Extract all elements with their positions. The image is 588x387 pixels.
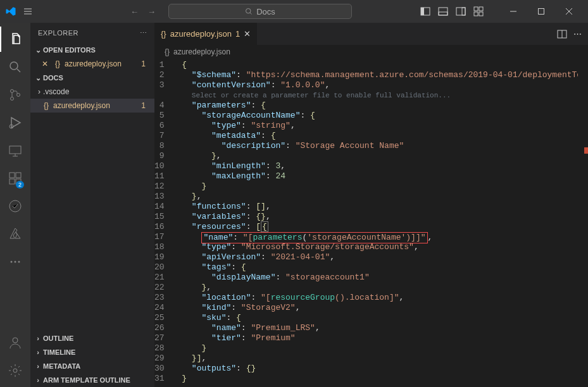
close-tab-icon[interactable]: ✕ bbox=[244, 29, 251, 39]
svg-rect-19 bbox=[9, 179, 15, 184]
titlebar: ← → Docs bbox=[0, 0, 588, 23]
svg-rect-11 bbox=[539, 9, 544, 15]
customize-layout-icon[interactable] bbox=[472, 4, 485, 18]
svg-rect-3 bbox=[439, 8, 447, 15]
chevron-right-icon: › bbox=[33, 362, 43, 370]
activity-bar: 2 bbox=[0, 23, 30, 387]
activity-search-icon[interactable] bbox=[0, 54, 30, 80]
toggle-secondary-sidebar-icon[interactable] bbox=[454, 4, 468, 18]
svg-point-23 bbox=[11, 261, 13, 263]
breadcrumb[interactable]: {} azuredeploy.json bbox=[154, 45, 588, 59]
section-open-editors[interactable]: ⌄ OPEN EDITORS bbox=[30, 43, 154, 57]
chevron-right-icon: › bbox=[33, 335, 43, 342]
explorer-more-icon[interactable]: ⋯ bbox=[140, 29, 147, 37]
chevron-down-icon: ⌄ bbox=[33, 74, 43, 82]
svg-rect-10 bbox=[479, 12, 483, 16]
chevron-right-icon: › bbox=[33, 376, 43, 384]
svg-rect-18 bbox=[9, 173, 15, 178]
hamburger-menu-icon[interactable] bbox=[22, 5, 34, 18]
open-editor-azuredeploy[interactable]: ✕ {} azuredeploy.json 1 bbox=[30, 57, 154, 71]
svg-rect-2 bbox=[421, 8, 424, 15]
activity-source-control-icon[interactable] bbox=[0, 82, 30, 108]
nav-forward-icon[interactable]: → bbox=[145, 6, 158, 18]
activity-run-debug-icon[interactable] bbox=[0, 110, 30, 135]
section-outline[interactable]: › OUTLINE bbox=[30, 331, 154, 345]
svg-rect-6 bbox=[462, 8, 465, 15]
svg-point-12 bbox=[10, 62, 18, 70]
folder-vscode[interactable]: › .vscode bbox=[30, 85, 154, 99]
editor-area: {} azuredeploy.json 1 ✕ ⋯ {} azuredeploy… bbox=[154, 23, 588, 387]
svg-point-27 bbox=[13, 369, 17, 372]
svg-rect-17 bbox=[9, 146, 21, 154]
window-close-icon[interactable] bbox=[555, 2, 583, 21]
tab-azuredeploy[interactable]: {} azuredeploy.json 1 ✕ bbox=[154, 23, 258, 45]
explorer-title: EXPLORER bbox=[38, 29, 78, 37]
json-file-icon: {} bbox=[53, 59, 62, 68]
activity-accounts-icon[interactable] bbox=[0, 330, 30, 355]
extensions-badge: 2 bbox=[16, 181, 24, 188]
activity-extensions-icon[interactable]: 2 bbox=[0, 166, 30, 191]
search-icon bbox=[245, 8, 253, 15]
section-timeline[interactable]: › TIMELINE bbox=[30, 345, 154, 359]
split-editor-icon[interactable] bbox=[557, 29, 567, 39]
json-file-icon: {} bbox=[161, 29, 166, 39]
code-content[interactable]: { "$schema": "https://schema.management.… bbox=[172, 59, 588, 387]
activity-more-icon[interactable] bbox=[0, 249, 30, 274]
json-file-icon: {} bbox=[42, 101, 51, 110]
more-actions-icon[interactable]: ⋯ bbox=[573, 29, 582, 39]
section-arm-template-outline[interactable]: › ARM TEMPLATE OUTLINE bbox=[30, 373, 154, 387]
svg-rect-7 bbox=[474, 7, 478, 11]
svg-point-14 bbox=[11, 97, 14, 101]
activity-remote-explorer-icon[interactable] bbox=[0, 138, 30, 163]
svg-point-13 bbox=[11, 90, 14, 93]
error-marker bbox=[584, 147, 588, 154]
svg-rect-21 bbox=[16, 173, 21, 178]
svg-point-24 bbox=[15, 261, 16, 263]
svg-rect-5 bbox=[456, 8, 465, 15]
svg-rect-4 bbox=[439, 12, 447, 15]
search-placeholder: Docs bbox=[256, 7, 275, 16]
window-minimize-icon[interactable] bbox=[499, 2, 527, 21]
svg-point-0 bbox=[246, 9, 251, 14]
json-file-icon: {} bbox=[165, 47, 170, 56]
svg-point-25 bbox=[18, 261, 20, 263]
window-maximize-icon[interactable] bbox=[527, 2, 555, 21]
section-docs[interactable]: ⌄ DOCS bbox=[30, 71, 154, 85]
close-icon[interactable]: ✕ bbox=[42, 59, 51, 68]
svg-rect-8 bbox=[479, 7, 483, 11]
command-center-search[interactable]: Docs bbox=[168, 4, 352, 19]
file-azuredeploy[interactable]: {} azuredeploy.json 1 bbox=[30, 99, 154, 113]
code-editor[interactable]: 123 456 789 101112 131415 161718 192021 … bbox=[154, 59, 588, 387]
toggle-primary-sidebar-icon[interactable] bbox=[418, 4, 432, 18]
line-number-gutter: 123 456 789 101112 131415 161718 192021 … bbox=[154, 59, 172, 387]
activity-explorer-icon[interactable] bbox=[0, 27, 30, 52]
vscode-logo-icon bbox=[5, 6, 16, 17]
svg-rect-9 bbox=[474, 12, 478, 16]
minimap[interactable] bbox=[578, 59, 588, 387]
editor-tabs: {} azuredeploy.json 1 ✕ ⋯ bbox=[154, 23, 588, 45]
chevron-down-icon: ⌄ bbox=[33, 46, 43, 54]
activity-azure-icon[interactable] bbox=[0, 221, 30, 247]
svg-point-15 bbox=[17, 94, 20, 97]
svg-point-26 bbox=[13, 338, 18, 343]
section-metadata[interactable]: › METADATA bbox=[30, 359, 154, 373]
activity-settings-icon[interactable] bbox=[0, 358, 30, 383]
toggle-panel-icon[interactable] bbox=[436, 4, 450, 18]
activity-testing-icon[interactable] bbox=[0, 194, 30, 219]
nav-back-icon[interactable]: ← bbox=[128, 6, 141, 18]
chevron-right-icon: › bbox=[38, 87, 41, 96]
explorer-sidebar: EXPLORER ⋯ ⌄ OPEN EDITORS ✕ {} azuredepl… bbox=[30, 23, 154, 387]
chevron-right-icon: › bbox=[33, 348, 43, 356]
